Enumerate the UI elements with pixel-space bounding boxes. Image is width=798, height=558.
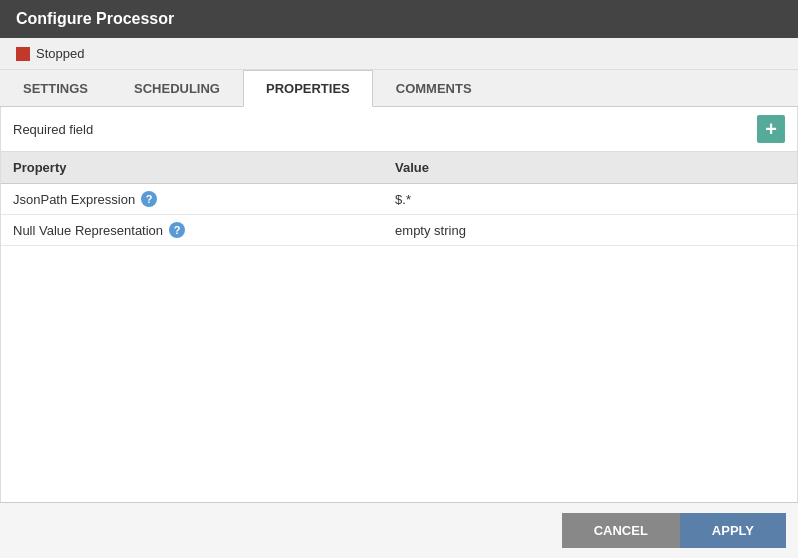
tab-properties[interactable]: PROPERTIES xyxy=(243,70,373,107)
cancel-button[interactable]: CANCEL xyxy=(562,513,680,548)
properties-table: Property Value JsonPath Expression ? $.* xyxy=(1,152,797,246)
extra-cell xyxy=(622,184,797,215)
add-property-button[interactable]: + xyxy=(757,115,785,143)
table-header-row: Property Value xyxy=(1,152,797,184)
column-header-value: Value xyxy=(383,152,622,184)
tab-comments[interactable]: COMMENTS xyxy=(373,70,495,106)
required-field-row: Required field + xyxy=(1,107,797,152)
null-value-representation-label: Null Value Representation xyxy=(13,223,163,238)
extra-cell xyxy=(622,215,797,246)
dialog-header: Configure Processor xyxy=(0,0,798,38)
value-cell[interactable]: empty string xyxy=(383,215,622,246)
help-icon[interactable]: ? xyxy=(141,191,157,207)
tab-scheduling[interactable]: SCHEDULING xyxy=(111,70,243,106)
jsonpath-expression-label: JsonPath Expression xyxy=(13,192,135,207)
status-indicator xyxy=(16,47,30,61)
tab-settings[interactable]: SETTINGS xyxy=(0,70,111,106)
value-cell[interactable]: $.* xyxy=(383,184,622,215)
table-row[interactable]: Null Value Representation ? empty string xyxy=(1,215,797,246)
dialog-footer: CANCEL APPLY xyxy=(0,502,798,558)
column-header-property: Property xyxy=(1,152,383,184)
column-header-extra xyxy=(622,152,797,184)
property-cell: Null Value Representation ? xyxy=(1,215,383,246)
property-cell: JsonPath Expression ? xyxy=(1,184,383,215)
main-content: Required field + Property Value JsonPath… xyxy=(0,107,798,558)
tab-bar: SETTINGS SCHEDULING PROPERTIES COMMENTS xyxy=(0,70,798,107)
help-icon[interactable]: ? xyxy=(169,222,185,238)
status-label: Stopped xyxy=(36,46,84,61)
dialog-title: Configure Processor xyxy=(16,10,174,27)
table-row[interactable]: JsonPath Expression ? $.* xyxy=(1,184,797,215)
status-bar: Stopped xyxy=(0,38,798,70)
apply-button[interactable]: APPLY xyxy=(680,513,786,548)
required-field-label: Required field xyxy=(13,122,93,137)
